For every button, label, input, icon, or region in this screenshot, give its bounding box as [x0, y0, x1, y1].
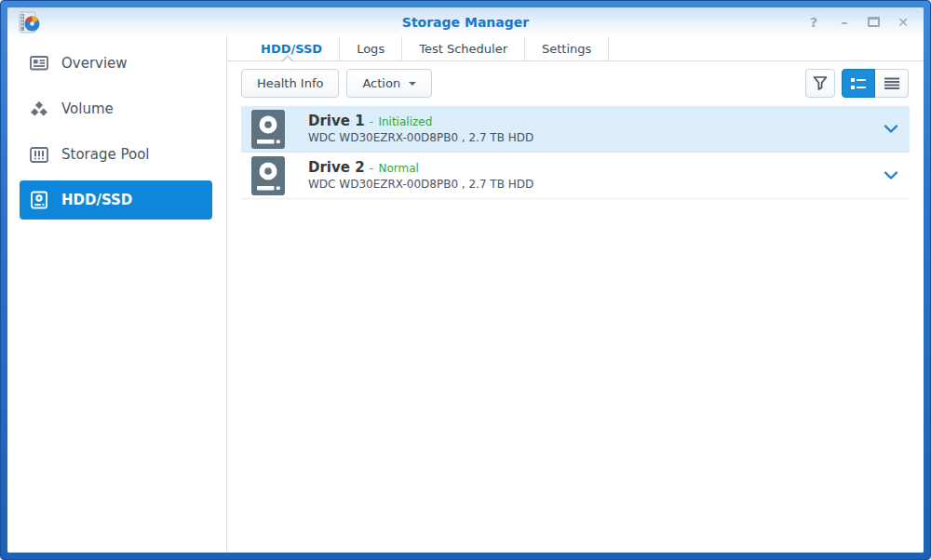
sidebar-item-volume[interactable]: Volume [20, 89, 212, 128]
sidebar-item-storage-pool[interactable]: Storage Pool [20, 135, 212, 174]
overview-card-icon [30, 56, 48, 71]
caret-down-icon [409, 82, 416, 86]
storage-pool-bays-icon [30, 147, 48, 163]
expand-drive-button[interactable] [884, 171, 898, 180]
storage-manager-window: Storage Manager ? – ✕ [7, 7, 924, 553]
compact-list-view-icon [884, 77, 900, 90]
page-title: Storage Manager [7, 15, 924, 30]
tab-logs[interactable]: Logs [340, 36, 402, 60]
hdd-icon [250, 109, 286, 150]
sidebar-item-overview[interactable]: Overview [20, 44, 212, 83]
drive-info: Drive 1 - Initialized WDC WD30EZRX-00D8P… [308, 113, 533, 145]
tab-bar: HDD/SSD Logs Test Scheduler Settings [227, 36, 924, 61]
sidebar-item-label: Overview [61, 55, 128, 72]
active-tab-notch-fill [283, 57, 292, 62]
drive-info: Drive 2 - Normal WDC WD30EZRX-00D8PB0 , … [308, 160, 533, 192]
hdd-icon [250, 155, 286, 196]
action-label: Action [362, 76, 400, 90]
health-info-button[interactable]: Health Info [241, 69, 339, 98]
sidebar-item-label: HDD/SSD [61, 192, 132, 208]
drive-title: Drive 1 - Initialized [308, 113, 533, 129]
chevron-down-icon [884, 171, 898, 180]
drive-details: WDC WD30EZRX-00D8PB0 , 2.7 TB HDD [308, 178, 533, 191]
tab-settings[interactable]: Settings [525, 36, 609, 60]
filter-funnel-icon [812, 75, 829, 91]
drive-name: Drive 1 [308, 113, 365, 129]
status-badge: Initialized [378, 115, 432, 128]
minimize-button[interactable]: – [837, 16, 852, 29]
filter-button[interactable] [805, 69, 835, 98]
status-badge: Normal [378, 162, 418, 175]
volume-cubes-icon [30, 100, 48, 117]
storage-manager-app-icon [18, 11, 42, 33]
maximize-button[interactable] [868, 17, 880, 27]
drive-row-2[interactable]: Drive 2 - Normal WDC WD30EZRX-00D8PB0 , … [241, 153, 910, 199]
hdd-drive-icon [30, 191, 48, 209]
drive-name: Drive 2 [308, 159, 365, 176]
health-info-label: Health Info [257, 76, 323, 90]
main-content: HDD/SSD Logs Test Scheduler Settings Hea… [227, 36, 924, 553]
expand-drive-button[interactable] [884, 125, 898, 134]
window-frame: Storage Manager ? – ✕ [0, 0, 931, 560]
tab-test-scheduler[interactable]: Test Scheduler [402, 36, 525, 60]
detail-list-view-icon [850, 77, 867, 90]
help-button[interactable]: ? [806, 16, 821, 29]
close-button[interactable]: ✕ [896, 16, 911, 29]
drive-details: WDC WD30EZRX-00D8PB0 , 2.7 TB HDD [308, 131, 533, 144]
view-toggle-group [842, 69, 909, 98]
window-controls: ? – ✕ [806, 16, 911, 29]
detail-view-button[interactable] [842, 69, 875, 98]
action-button[interactable]: Action [346, 69, 432, 98]
sidebar: Overview Volume [7, 36, 227, 553]
chevron-down-icon [884, 125, 898, 134]
toolbar: Health Info Action [227, 61, 924, 105]
list-view-button[interactable] [875, 69, 909, 98]
drive-title: Drive 2 - Normal [308, 160, 533, 176]
sidebar-item-label: Storage Pool [61, 146, 150, 163]
sidebar-item-label: Volume [61, 100, 114, 117]
sidebar-item-hdd-ssd[interactable]: HDD/SSD [20, 180, 212, 220]
window-body: Overview Volume [7, 36, 924, 553]
drive-list: Drive 1 - Initialized WDC WD30EZRX-00D8P… [227, 105, 924, 553]
titlebar[interactable]: Storage Manager ? – ✕ [7, 7, 924, 36]
drive-row-1[interactable]: Drive 1 - Initialized WDC WD30EZRX-00D8P… [241, 106, 910, 153]
